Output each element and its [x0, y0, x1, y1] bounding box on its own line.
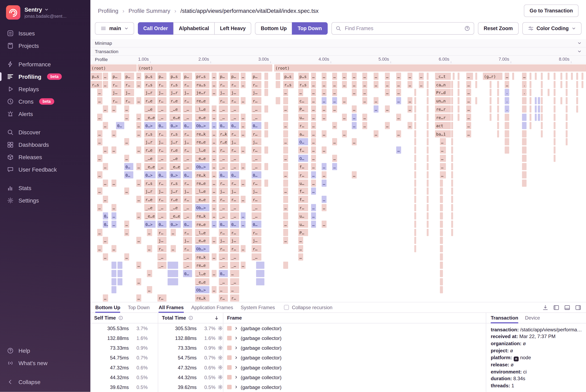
flame-frame[interactable]: P…	[298, 229, 308, 236]
flame-frame[interactable]: f…	[298, 163, 308, 170]
flame-frame[interactable]: O…	[298, 155, 308, 162]
flame-frame[interactable]	[118, 270, 122, 277]
flame-frame[interactable]: …	[374, 106, 378, 112]
row-settings-gear-icon[interactable]	[218, 384, 223, 390]
flame-frame[interactable]: …	[407, 106, 412, 112]
flame-frame[interactable]: 0…>	[169, 122, 181, 129]
flame-frame[interactable]: Ob…>	[195, 163, 209, 170]
flame-frame[interactable]: p…	[183, 73, 192, 80]
sidebar-item-stats[interactable]: Stats	[0, 182, 90, 194]
flame-frame[interactable]: j…r	[169, 188, 181, 195]
flame-frame[interactable]: …	[374, 97, 378, 104]
flame-frame[interactable]: r…	[230, 81, 239, 88]
flame-frame[interactable]	[427, 163, 429, 170]
flame-frame[interactable]: …	[298, 245, 303, 252]
flame-frame[interactable]	[529, 122, 531, 129]
flame-frame[interactable]: r…s	[169, 81, 181, 88]
row-settings-gear-icon[interactable]	[218, 355, 223, 360]
flame-frame[interactable]: …	[322, 130, 327, 137]
flame-frame[interactable]	[427, 188, 429, 195]
flame-frame[interactable]: j…	[183, 188, 192, 195]
flame-frame[interactable]: …	[136, 278, 141, 285]
dir-bottom-up-button[interactable]: Bottom Up	[255, 22, 292, 34]
flame-frame[interactable]: …	[136, 73, 141, 80]
flame-frame[interactable]: …	[97, 89, 102, 96]
flame-frame[interactable]: p…	[252, 73, 261, 80]
row-settings-gear-icon[interactable]	[218, 365, 223, 370]
flame-frame[interactable]: _…	[183, 254, 192, 260]
flame-frame[interactable]	[276, 73, 280, 80]
flame-frame[interactable]	[451, 122, 453, 129]
find-frames-search[interactable]	[331, 22, 474, 34]
flame-frame[interactable]	[566, 73, 567, 80]
flame-frame[interactable]	[529, 106, 531, 112]
flame-frame[interactable]: _…	[157, 106, 166, 112]
flame-frame[interactable]: _l…e	[195, 106, 209, 112]
flame-frame[interactable]: …	[147, 245, 152, 252]
flame-frame[interactable]: _…e	[144, 204, 155, 211]
flame-frame[interactable]	[571, 73, 573, 80]
flame-frame[interactable]	[112, 278, 117, 285]
flame-frame[interactable]: r…s	[144, 130, 155, 137]
flame-frame[interactable]	[264, 106, 268, 112]
flame-frame[interactable]: r…	[230, 180, 239, 187]
flame-frame[interactable]: …	[136, 163, 141, 170]
table-row[interactable]: 44.32ms0.5%44.32ms0.5%(garbage collector…	[90, 372, 486, 382]
flame-frame[interactable]: …	[136, 97, 141, 104]
sidebar-item-settings[interactable]: Settings	[0, 194, 90, 206]
flame-frame[interactable]: …	[147, 229, 152, 236]
flame-frame[interactable]	[451, 97, 453, 104]
flame-frame[interactable]: …	[147, 270, 152, 277]
flame-frame[interactable]	[440, 220, 443, 228]
tab-application-frames[interactable]: Application Frames	[191, 302, 233, 312]
flame-frame[interactable]: r…e	[219, 138, 228, 146]
flame-frame[interactable]: …	[332, 163, 337, 170]
flame-frame[interactable]: …	[283, 155, 288, 162]
flame-frame[interactable]: _…	[252, 163, 261, 170]
flame-frame[interactable]: _e…e	[195, 155, 209, 162]
flame-frame[interactable]	[440, 254, 443, 260]
sort-alphabetical-button[interactable]: Alphabetical	[173, 22, 215, 34]
flame-frame[interactable]: u…	[298, 212, 308, 220]
flame-frame[interactable]: _…e	[169, 155, 181, 162]
flame-frame[interactable]: …	[171, 229, 176, 236]
flame-frame[interactable]: …	[362, 81, 367, 88]
flame-frame[interactable]: r…s	[91, 81, 102, 88]
flame-frame[interactable]: j…r	[169, 138, 181, 146]
flame-frame[interactable]	[522, 180, 526, 187]
flame-frame[interactable]	[576, 97, 578, 104]
flame-frame[interactable]	[566, 138, 567, 146]
flame-frame[interactable]: j…	[252, 89, 261, 96]
flame-frame[interactable]	[414, 106, 416, 112]
flame-frame[interactable]: Ob…>	[195, 245, 209, 252]
flame-frame[interactable]: j…	[230, 237, 239, 244]
flame-frame[interactable]: j…	[183, 138, 192, 146]
flame-frame[interactable]	[475, 97, 477, 104]
flame-frame[interactable]	[505, 114, 509, 121]
flame-frame[interactable]: 0…	[183, 220, 192, 228]
table-row[interactable]: 39.62ms0.5%39.62ms0.5%(garbage collector…	[90, 382, 486, 392]
expand-chevron-icon[interactable]	[234, 346, 238, 350]
flame-frame[interactable]: Ob…>	[195, 286, 209, 294]
checkbox[interactable]	[284, 305, 289, 310]
flame-frame[interactable]: r…	[183, 81, 192, 88]
flame-frame[interactable]: j…	[219, 188, 228, 195]
flame-frame[interactable]	[490, 114, 491, 121]
flame-frame[interactable]	[554, 97, 555, 104]
flame-frame[interactable]: …	[407, 122, 412, 129]
flame-frame[interactable]: _…	[230, 114, 239, 121]
flame-frame[interactable]: …	[283, 106, 288, 112]
flame-frame[interactable]: …	[283, 122, 288, 129]
flame-frame[interactable]: ..	[522, 89, 526, 96]
flame-frame[interactable]	[541, 106, 543, 112]
flame-frame[interactable]: …	[352, 171, 357, 178]
flame-frame[interactable]: …	[212, 171, 217, 178]
flame-frame[interactable]	[427, 180, 429, 187]
flame-frame[interactable]: …	[396, 146, 401, 154]
flame-frame[interactable]	[529, 97, 531, 104]
flame-frame[interactable]: …	[97, 130, 102, 137]
flame-frame[interactable]	[451, 212, 453, 220]
flame-frame[interactable]: ..	[505, 97, 509, 104]
sidebar-item-alerts[interactable]: Alerts	[0, 108, 90, 120]
flame-frame[interactable]	[451, 204, 453, 211]
